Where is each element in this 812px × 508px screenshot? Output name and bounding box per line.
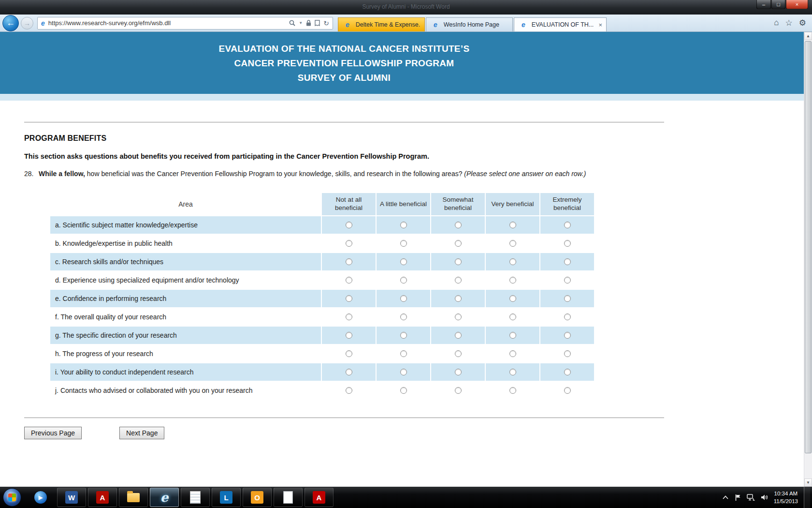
radio-button[interactable] <box>509 222 516 228</box>
radio-button[interactable] <box>564 295 571 302</box>
url-dropdown-icon[interactable]: ▼ <box>299 21 303 25</box>
radio-button[interactable] <box>564 387 571 394</box>
address-bar[interactable]: e https://www.research-survey.org/efm/ws… <box>37 17 333 30</box>
start-button[interactable] <box>3 488 21 507</box>
radio-button[interactable] <box>400 332 407 339</box>
volume-speaker-icon[interactable] <box>761 494 768 501</box>
radio-button[interactable] <box>400 369 407 375</box>
tab-deltek[interactable]: e Deltek Time & Expense... <box>338 17 425 31</box>
taskbar-word-icon[interactable]: W <box>57 488 86 507</box>
radio-button[interactable] <box>400 295 407 302</box>
radio-button[interactable] <box>346 295 352 302</box>
taskbar-document-icon[interactable] <box>274 488 303 507</box>
scroll-up-icon[interactable]: ▲ <box>804 32 812 40</box>
tab-evaluation-active[interactable]: e EVALUATION OF TH... × <box>514 17 607 31</box>
favorites-star-icon[interactable]: ☆ <box>785 18 793 28</box>
taskbar-media-player-icon[interactable]: ▶ <box>26 488 55 507</box>
radio-button[interactable] <box>400 277 407 284</box>
taskbar-clock[interactable]: 10:34 AM 11/5/2013 <box>774 490 798 505</box>
radio-button[interactable] <box>564 332 571 339</box>
radio-button[interactable] <box>400 350 407 357</box>
radio-button[interactable] <box>346 258 352 265</box>
radio-button[interactable] <box>509 277 516 284</box>
radio-button[interactable] <box>346 222 352 228</box>
radio-button[interactable] <box>400 314 407 320</box>
forward-button[interactable]: → <box>21 17 33 30</box>
close-button[interactable]: × <box>786 0 808 9</box>
radio-button[interactable] <box>346 314 352 320</box>
radio-button[interactable] <box>455 222 462 228</box>
settings-gear-icon[interactable]: ⚙ <box>799 18 806 28</box>
vertical-scrollbar[interactable]: ▲ ▼ <box>804 32 812 487</box>
radio-button[interactable] <box>509 369 516 375</box>
radio-button[interactable] <box>346 387 352 394</box>
scroll-down-icon[interactable]: ▼ <box>804 478 812 487</box>
radio-button[interactable] <box>455 277 462 284</box>
url-text[interactable]: https://www.research-survey.org/efm/wsb.… <box>48 19 286 27</box>
radio-button[interactable] <box>509 387 516 394</box>
radio-button[interactable] <box>564 369 571 375</box>
taskbar-adobe-reader-icon[interactable]: A <box>88 488 117 507</box>
security-lock-icon[interactable] <box>306 20 311 26</box>
refresh-icon[interactable]: ↻ <box>323 19 329 27</box>
taskbar-journal-notes-icon[interactable] <box>181 488 210 507</box>
radio-button[interactable] <box>509 295 516 302</box>
radio-button[interactable] <box>400 240 407 247</box>
radio-button[interactable] <box>400 387 407 394</box>
show-hidden-icons-chevron-icon[interactable] <box>722 495 729 500</box>
radio-button[interactable] <box>509 314 516 320</box>
radio-button[interactable] <box>346 240 352 247</box>
column-header: A little beneficial <box>377 193 430 215</box>
taskbar-internet-explorer-icon[interactable]: e <box>150 488 179 507</box>
radio-button[interactable] <box>455 295 462 302</box>
radio-button[interactable] <box>455 332 462 339</box>
browser-action-icons: ⌂ ☆ ⚙ <box>774 18 812 28</box>
radio-button[interactable] <box>509 258 516 265</box>
network-icon[interactable] <box>747 494 755 501</box>
taskbar-folder-icon[interactable] <box>119 488 148 507</box>
table-row: g. The specific direction of your resear… <box>50 327 589 344</box>
minimize-button[interactable]: – <box>756 0 771 9</box>
previous-page-button[interactable]: Previous Page <box>24 427 82 439</box>
radio-button[interactable] <box>346 350 352 357</box>
radio-button[interactable] <box>400 222 407 228</box>
radio-button[interactable] <box>564 240 571 247</box>
taskbar-outlook-icon[interactable]: O <box>243 488 272 507</box>
radio-button[interactable] <box>564 277 571 284</box>
radio-button[interactable] <box>455 240 462 247</box>
radio-button[interactable] <box>455 350 462 357</box>
home-icon[interactable]: ⌂ <box>774 18 779 28</box>
radio-button[interactable] <box>346 277 352 284</box>
radio-button[interactable] <box>564 222 571 228</box>
taskbar-acrobat-icon[interactable]: A <box>304 488 334 507</box>
search-icon[interactable] <box>289 20 295 26</box>
table-row: h. The progress of your research <box>50 345 589 362</box>
tab-wesinfo[interactable]: e WesInfo Home Page <box>426 17 513 31</box>
taskbar-lync-icon[interactable]: L <box>212 488 241 507</box>
show-desktop-button[interactable] <box>804 487 810 508</box>
next-page-button[interactable]: Next Page <box>119 427 164 439</box>
radio-button[interactable] <box>455 369 462 375</box>
radio-button[interactable] <box>455 258 462 265</box>
radio-button[interactable] <box>346 369 352 375</box>
radio-button[interactable] <box>509 332 516 339</box>
radio-button[interactable] <box>564 258 571 265</box>
radio-button[interactable] <box>564 350 571 357</box>
tab-close-icon[interactable]: × <box>598 21 602 29</box>
maximize-button[interactable]: □ <box>771 0 785 9</box>
radio-button[interactable] <box>509 240 516 247</box>
back-button[interactable]: ← <box>2 15 19 31</box>
radio-button[interactable] <box>509 350 516 357</box>
radio-button[interactable] <box>564 314 571 320</box>
row-label: e. Confidence in performing research <box>50 290 321 307</box>
radio-button[interactable] <box>346 332 352 339</box>
rating-matrix: Area Not at all beneficial A little bene… <box>50 193 589 399</box>
radio-button[interactable] <box>400 258 407 265</box>
radio-button[interactable] <box>455 387 462 394</box>
action-center-flag-icon[interactable] <box>735 494 741 501</box>
scrollbar-thumb[interactable] <box>805 41 812 453</box>
compatibility-view-icon[interactable] <box>315 20 320 26</box>
tab-bar: e Deltek Time & Expense... e WesInfo Hom… <box>338 15 608 31</box>
radio-button[interactable] <box>455 314 462 320</box>
radio-cell <box>486 253 539 270</box>
